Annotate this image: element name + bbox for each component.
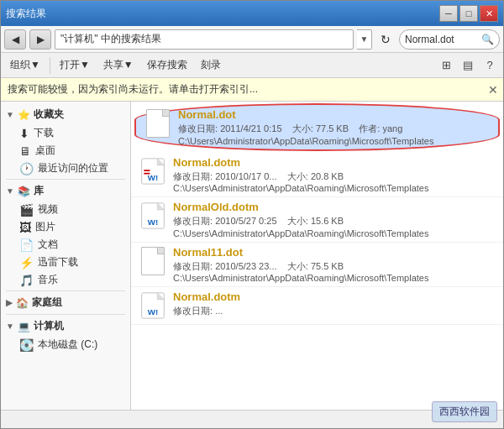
sidebar-divider-1 (6, 179, 125, 180)
help-icon[interactable]: ? (480, 55, 500, 76)
file-meta-0: 修改日期: 2011/4/21 0:15 大小: 77.5 KB 作者: yan… (178, 122, 491, 136)
file-date-0: 2011/4/21 0:15 (220, 123, 281, 133)
file-details-2: NormalOld.dotm 修改日期: 2010/5/27 0:25 大小: … (173, 201, 496, 238)
word-doc-svg-4: W! (139, 292, 166, 319)
computer-header[interactable]: ▼ 💻 计算机 (1, 317, 130, 336)
libraries-arrow: ▼ (6, 186, 14, 196)
file-item-0[interactable]: Normal.dot 修改日期: 2011/4/21 0:15 大小: 77.5… (134, 103, 500, 151)
file-path-0: C:\Users\Administrator\AppData\Roaming\M… (178, 136, 491, 146)
restore-button[interactable]: □ (459, 5, 478, 22)
burn-button[interactable]: 刻录 (195, 55, 227, 76)
file-date-label-3: 修改日期: (173, 261, 213, 271)
file-details-0: Normal.dot 修改日期: 2011/4/21 0:15 大小: 77.5… (178, 108, 491, 146)
file-icon-4: W! (138, 290, 168, 321)
file-icon-2: W! (138, 201, 168, 231)
sidebar-item-desktop[interactable]: 🖥 桌面 (1, 142, 130, 160)
back-button[interactable]: ◀ (4, 29, 26, 50)
file-name-0: Normal.dot (178, 108, 491, 121)
sidebar-item-music[interactable]: 🎵 音乐 (1, 271, 130, 289)
thunder-icon: ⚡ (19, 256, 34, 269)
recent-icon: 🕐 (19, 162, 34, 175)
computer-icon: 💻 (18, 321, 30, 332)
homegroup-icon: 🏠 (16, 297, 29, 309)
homegroup-label: 家庭组 (32, 296, 62, 310)
minimize-button[interactable]: ─ (439, 5, 458, 22)
open-button[interactable]: 打开▼ (54, 55, 96, 76)
window-title: 搜索结果 (6, 7, 439, 21)
sidebar-item-video[interactable]: 🎬 视频 (1, 201, 130, 218)
explorer-window: 搜索结果 ─ □ ✕ ◀ ▶ "计算机" 中的搜索结果 ▼ ↻ Normal.d… (0, 0, 504, 429)
file-meta-2: 修改日期: 2010/5/27 0:25 大小: 15.6 KB (173, 214, 496, 228)
refresh-button[interactable]: ↻ (375, 29, 396, 50)
word-doc-svg-2: W! (139, 202, 166, 229)
local-disk-label: 本地磁盘 (C:) (38, 337, 97, 352)
file-path-3: C:\Users\Administrator\AppData\Roaming\M… (173, 273, 496, 283)
desktop-label: 桌面 (35, 144, 55, 158)
sidebar-item-image[interactable]: 🖼 图片 (1, 218, 130, 236)
pane-icon[interactable]: ▤ (458, 55, 478, 76)
file-date-label-4: 修改日期: (173, 306, 213, 316)
title-bar-buttons: ─ □ ✕ (439, 5, 498, 22)
file-item-2[interactable]: W! NormalOld.dotm 修改日期: 2010/5/27 0:25 大… (131, 197, 503, 243)
info-message: 搜索可能较慢，因为索引尚未运行。请单击打开索引引... (8, 82, 258, 97)
views-icon[interactable]: ⊞ (436, 55, 456, 76)
svg-text:W!: W! (148, 217, 158, 227)
libraries-section: ▼ 📚 库 🎬 视频 🖼 图片 📄 文档 ⚡ 迅 (1, 181, 130, 289)
sidebar-item-local-disk[interactable]: 💽 本地磁盘 (C:) (1, 336, 130, 353)
file-item-4[interactable]: W! Normal.dotm 修改日期: ... (131, 287, 503, 325)
favorites-arrow: ▼ (6, 110, 14, 119)
file-author-label-0: 作者: (359, 123, 380, 133)
file-size-label-1: 大小: (287, 171, 308, 181)
sidebar-item-thunder[interactable]: ⚡ 迅雷下载 (1, 254, 130, 271)
file-date-label-0: 修改日期: (178, 123, 218, 133)
file-size-3: 75.5 KB (311, 261, 344, 271)
sidebar-item-doc[interactable]: 📄 文档 (1, 236, 130, 254)
file-path-1: C:\Users\Administrator\AppData\Roaming\M… (173, 183, 496, 193)
watermark: 西西软件园 (432, 401, 497, 422)
sidebar-divider-3 (6, 314, 125, 315)
favorites-header[interactable]: ▼ ⭐ 收藏夹 (1, 105, 130, 124)
address-path[interactable]: "计算机" 中的搜索结果 (55, 29, 354, 50)
svg-text:W!: W! (148, 172, 158, 181)
file-item-1[interactable]: W! Normal.dotm 修改日期: 2010/10/17 0... 大小:… (131, 153, 503, 198)
svg-text:W!: W! (148, 307, 158, 317)
file-item-3[interactable]: Normal11.dot 修改日期: 2010/5/23 23... 大小: 7… (131, 243, 503, 288)
forward-button[interactable]: ▶ (29, 29, 51, 50)
search-icon[interactable]: 🔍 (481, 34, 494, 45)
homegroup-arrow: ▶ (6, 298, 13, 307)
status-bar (1, 410, 503, 428)
path-text: "计算机" 中的搜索结果 (60, 32, 161, 46)
file-size-label-0: 大小: (292, 123, 313, 133)
image-icon: 🖼 (19, 221, 31, 234)
file-icon-1: W! (138, 156, 168, 186)
search-box[interactable]: Normal.dot 🔍 (399, 29, 500, 50)
file-list: Normal.dot 修改日期: 2011/4/21 0:15 大小: 77.5… (131, 102, 503, 410)
file-author-0: yang (382, 123, 402, 133)
homegroup-header[interactable]: ▶ 🏠 家庭组 (1, 293, 130, 312)
sidebar-item-recent[interactable]: 🕐 最近访问的位置 (1, 160, 130, 177)
toolbar-right: ⊞ ▤ ? (436, 55, 500, 76)
file-path-2: C:\Users\Administrator\AppData\Roaming\M… (173, 228, 496, 238)
file-date-label-1: 修改日期: (173, 171, 213, 181)
info-bar: 搜索可能较慢，因为索引尚未运行。请单击打开索引引... ✕ (1, 78, 503, 102)
path-dropdown-button[interactable]: ▼ (357, 29, 372, 50)
file-name-2: NormalOld.dotm (173, 201, 496, 213)
libraries-header[interactable]: ▼ 📚 库 (1, 181, 130, 201)
sidebar-item-download[interactable]: ⬇ 下载 (1, 124, 130, 142)
info-bar-close-button[interactable]: ✕ (488, 83, 498, 97)
file-details-1: Normal.dotm 修改日期: 2010/10/17 0... 大小: 20… (173, 156, 496, 194)
download-icon: ⬇ (19, 127, 29, 140)
disk-icon: 💽 (19, 338, 34, 352)
close-button[interactable]: ✕ (480, 5, 498, 22)
share-button[interactable]: 共享▼ (97, 55, 139, 76)
watermark-text: 西西软件园 (439, 405, 490, 417)
sidebar: ▼ ⭐ 收藏夹 ⬇ 下载 🖥 桌面 🕐 最近访问的位置 (1, 102, 131, 410)
word-doc-svg-1: W! (139, 158, 166, 185)
video-icon: 🎬 (19, 203, 34, 217)
organize-button[interactable]: 组织▼ (4, 55, 46, 76)
file-icon-3 (138, 246, 168, 276)
file-size-1: 20.8 KB (311, 171, 344, 181)
favorites-icon: ⭐ (18, 109, 30, 121)
svg-rect-2 (144, 170, 150, 171)
save-search-button[interactable]: 保存搜索 (141, 55, 193, 76)
